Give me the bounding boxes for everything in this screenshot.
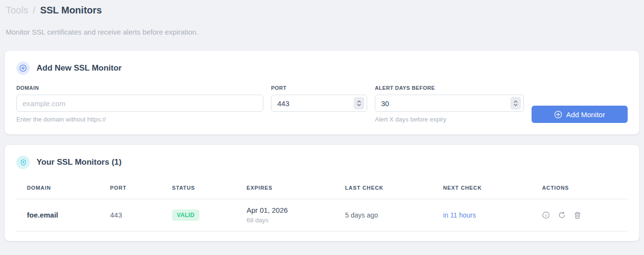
port-label: PORT — [271, 85, 367, 91]
domain-label: DOMAIN — [16, 85, 263, 91]
monitors-table: DOMAIN PORT STATUS EXPIRES LAST CHECK NE… — [16, 178, 628, 231]
domain-field-group: DOMAIN Enter the domain without https:// — [16, 85, 263, 123]
trash-icon — [574, 211, 581, 219]
ssl-monitors-page: Tools / SSL Monitors Monitor SSL certifi… — [0, 0, 644, 241]
breadcrumb: Tools / SSL Monitors — [5, 3, 639, 16]
monitors-table-wrap: DOMAIN PORT STATUS EXPIRES LAST CHECK NE… — [16, 178, 628, 231]
domain-input[interactable] — [16, 95, 263, 112]
add-monitor-card-header: Add New SSL Monitor — [16, 61, 628, 75]
domain-hint: Enter the domain without https:// — [16, 116, 263, 123]
col-header-port: PORT — [99, 178, 161, 199]
alert-days-hint: Alert X days before expiry — [375, 116, 524, 123]
page-title: SSL Monitors — [40, 5, 102, 15]
monitors-card-header: Your SSL Monitors (1) — [16, 156, 628, 169]
monitors-card-title: Your SSL Monitors (1) — [37, 158, 122, 167]
expires-remaining: 68 days — [247, 217, 331, 224]
breadcrumb-separator: / — [33, 5, 36, 15]
cell-actions — [532, 199, 628, 231]
stepper-chevrons-icon — [357, 100, 361, 107]
col-header-last-check: LAST CHECK — [334, 178, 433, 199]
table-row: foe.email 443 VALID Apr 01, 2026 68 days… — [16, 199, 628, 231]
alert-days-stepper[interactable] — [510, 97, 521, 109]
status-badge: VALID — [172, 209, 199, 221]
col-header-status: STATUS — [161, 178, 236, 199]
add-monitor-card-title: Add New SSL Monitor — [37, 63, 122, 73]
cell-next-check: in 11 hours — [433, 199, 532, 231]
add-monitor-button-label: Add Monitor — [566, 110, 605, 119]
refresh-icon — [558, 211, 566, 219]
port-stepper[interactable] — [354, 97, 364, 109]
shield-icon — [16, 156, 30, 169]
plus-circle-icon — [16, 61, 30, 75]
cell-status: VALID — [161, 199, 236, 231]
monitors-card: Your SSL Monitors (1) DOMAIN PORT STATUS… — [5, 145, 639, 241]
add-monitor-button[interactable]: Add Monitor — [532, 106, 628, 123]
cell-last-check: 5 days ago — [334, 199, 433, 231]
cell-domain: foe.email — [16, 199, 99, 231]
expires-date: Apr 01, 2026 — [247, 206, 331, 214]
info-button[interactable] — [542, 211, 550, 219]
refresh-button[interactable] — [558, 211, 566, 219]
plus-circle-icon — [554, 110, 562, 119]
cell-port: 443 — [99, 199, 161, 231]
breadcrumb-section[interactable]: Tools — [6, 5, 28, 15]
cell-expires: Apr 01, 2026 68 days — [236, 199, 334, 231]
delete-button[interactable] — [574, 211, 581, 219]
add-monitor-form: DOMAIN Enter the domain without https://… — [16, 85, 628, 123]
alert-days-label: ALERT DAYS BEFORE — [375, 85, 524, 91]
page-subtitle: Monitor SSL certificates and receive ale… — [5, 28, 639, 36]
col-header-expires: EXPIRES — [236, 178, 334, 199]
alert-days-field-group: ALERT DAYS BEFORE Alert X days before ex… — [375, 85, 524, 123]
col-header-actions: ACTIONS — [532, 178, 628, 199]
col-header-domain: DOMAIN — [16, 178, 99, 199]
port-input[interactable] — [271, 95, 367, 112]
alert-days-input[interactable] — [375, 95, 524, 112]
table-header-row: DOMAIN PORT STATUS EXPIRES LAST CHECK NE… — [16, 178, 628, 199]
stepper-chevrons-icon — [513, 100, 518, 107]
port-field-group: PORT — [271, 85, 367, 112]
info-icon — [542, 211, 550, 219]
col-header-next-check: NEXT CHECK — [433, 178, 532, 199]
add-monitor-card: Add New SSL Monitor DOMAIN Enter the dom… — [5, 51, 639, 134]
